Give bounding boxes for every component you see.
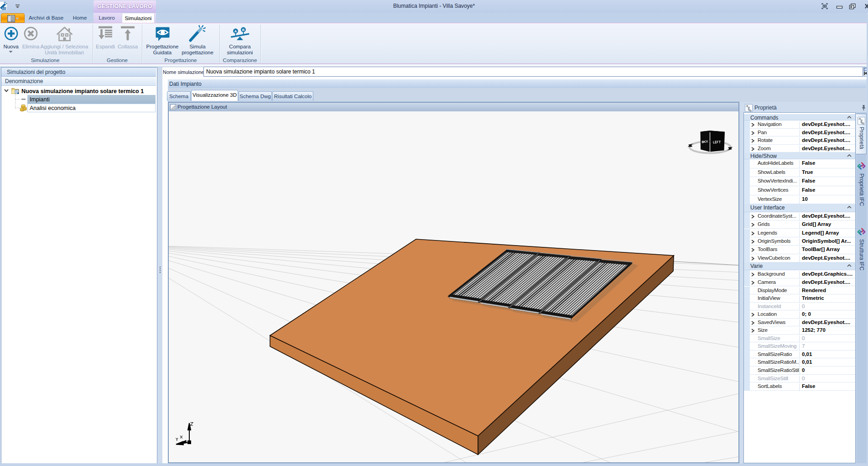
svg-text:A: A (234, 29, 237, 33)
svg-text:B: B (242, 28, 245, 32)
